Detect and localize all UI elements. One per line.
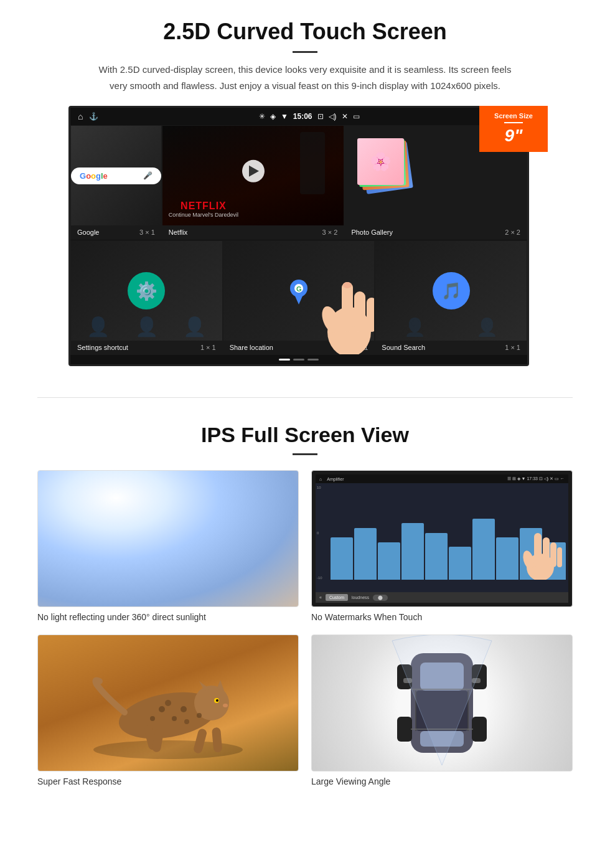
google-label-row: Google 3 × 1: [71, 225, 161, 239]
netflix-subtitle: Continue Marvel's Daredevil: [169, 212, 238, 218]
device-frame: ⌂ ⚓ ✳ ◈ ▼ 15:06 ⊡ ◁) ✕ ▭: [68, 106, 529, 366]
badge-size: 9": [484, 126, 543, 146]
cheetah-image: [62, 641, 274, 765]
badge-divider: [504, 122, 523, 123]
amp-loudness-label: loudness: [352, 595, 369, 600]
volume-icon: ◁): [329, 112, 337, 121]
netflix-content: NETFLIX Continue Marvel's Daredevil: [162, 126, 344, 225]
svg-point-34: [165, 700, 171, 706]
app-grid-row2: ⚙️ 👤 👤 👤 Settings shortcut 1 × 1: [70, 240, 527, 355]
amp-title: Amplifier: [327, 477, 344, 481]
location-icon: ◈: [270, 112, 276, 121]
sound-app-size: 1 × 1: [505, 344, 520, 351]
section1-title: 2.5D Curved Touch Screen: [37, 19, 573, 45]
settings-app-size: 1 × 1: [200, 344, 216, 351]
scroll-dot-3: [307, 359, 319, 361]
netflix-app-name: Netflix: [169, 229, 188, 236]
home-icon: ⌂: [78, 111, 83, 121]
app-cell-settings[interactable]: ⚙️ 👤 👤 👤 Settings shortcut 1 × 1: [70, 240, 223, 355]
amp-home-icon: ⌂: [319, 477, 322, 481]
settings-icon: ⚙️: [128, 272, 165, 309]
window-icon: ▭: [353, 112, 360, 121]
app-cell-google[interactable]: Google 🎤 Google 3 × 1: [70, 125, 162, 240]
svg-point-24: [223, 704, 228, 707]
share-app-name: Share location: [230, 344, 273, 351]
fast-response-caption: Super Fast Response: [37, 776, 299, 786]
google-app-size: 3 × 1: [139, 229, 155, 236]
netflix-label-row: Netflix 3 × 2: [162, 225, 344, 239]
amp-toggle[interactable]: ⬤: [373, 595, 388, 601]
svg-text:G: G: [296, 285, 302, 293]
settings-app-name: Settings shortcut: [77, 344, 128, 351]
large-angle-image: [311, 634, 573, 771]
svg-rect-5: [342, 282, 353, 332]
play-icon: [249, 166, 259, 177]
section2-divider: [293, 453, 317, 455]
svg-point-28: [181, 706, 187, 712]
svg-point-35: [184, 719, 189, 724]
no-reflection-image: [37, 470, 299, 607]
usb-icon: ⚓: [89, 112, 98, 121]
status-bar: ⌂ ⚓ ✳ ◈ ▼ 15:06 ⊡ ◁) ✕ ▭: [70, 108, 527, 125]
section-divider: [37, 397, 573, 398]
svg-point-26: [172, 716, 177, 721]
maps-icon: G: [283, 274, 314, 308]
app-cell-share[interactable]: G: [223, 240, 375, 355]
svg-marker-2: [294, 293, 304, 304]
google-content: Google 🎤: [71, 126, 161, 225]
sky-background: [38, 471, 298, 606]
google-mic-icon: 🎤: [143, 171, 152, 180]
sound-search-icon: 🎵: [433, 272, 470, 309]
svg-point-25: [159, 706, 165, 712]
wifi-icon: ▼: [281, 112, 288, 121]
section1-divider: [293, 51, 317, 53]
netflix-logo: NETFLIX: [169, 200, 238, 212]
scroll-dot-2: [293, 359, 304, 361]
google-logo: Google: [80, 171, 108, 181]
svg-rect-13: [543, 537, 550, 567]
netflix-app-size: 3 × 2: [322, 229, 338, 236]
app-cell-netflix[interactable]: NETFLIX Continue Marvel's Daredevil Netf…: [162, 125, 345, 240]
sound-label-row: Sound Search 1 × 1: [375, 341, 527, 354]
no-watermarks-image: ⌂ Amplifier ☰ ⊞ ◈ ▼ 17:33 ⊡ ◁) ✕ ▭ ← 100…: [311, 470, 573, 607]
device-mockup: Screen Size 9" ⌂ ⚓ ✳ ◈ ▼ 15:06: [68, 106, 542, 366]
gallery-app-size: 2 × 2: [505, 229, 520, 236]
bluetooth-icon: ✳: [259, 112, 265, 121]
netflix-play-button[interactable]: [242, 160, 265, 182]
svg-rect-12: [534, 533, 542, 567]
svg-rect-15: [557, 547, 562, 567]
scroll-dots: [70, 355, 527, 364]
feature-fast-response: Super Fast Response: [37, 634, 299, 786]
no-watermarks-caption: No Watermarks When Touch: [311, 612, 573, 622]
gallery-app-name: Photo Gallery: [351, 229, 393, 236]
app-grid-row1: Google 🎤 Google 3 × 1: [70, 125, 527, 240]
share-content: G: [223, 241, 375, 341]
no-reflection-caption: No light reflecting under 360° direct su…: [37, 612, 299, 622]
sound-app-name: Sound Search: [382, 344, 425, 351]
settings-label-row: Settings shortcut 1 × 1: [71, 341, 222, 354]
touch-hand-icon: [518, 524, 562, 580]
status-time: 15:06: [293, 112, 312, 121]
screen-size-badge: Screen Size 9": [479, 106, 548, 152]
google-app-name: Google: [77, 229, 99, 236]
google-search-bar[interactable]: Google 🎤: [71, 167, 161, 184]
fast-response-image: [37, 634, 299, 771]
feature-no-reflection: No light reflecting under 360° direct su…: [37, 470, 299, 622]
svg-point-10: [343, 282, 352, 288]
app-cell-sound[interactable]: 🎵 👤 👤 Sound Search 1 × 1: [375, 240, 527, 355]
large-angle-caption: Large Viewing Angle: [311, 776, 573, 786]
svg-marker-21: [217, 680, 224, 691]
status-bar-left: ⌂ ⚓: [78, 111, 98, 121]
camera-icon: ⊡: [317, 112, 324, 121]
svg-rect-14: [550, 542, 556, 567]
svg-point-29: [197, 713, 202, 718]
scroll-dot-1: [279, 359, 290, 361]
amp-icons: ☰ ⊞ ◈ ▼ 17:33 ⊡ ◁) ✕ ▭ ←: [507, 476, 565, 481]
amp-custom-btn[interactable]: Custom: [326, 594, 348, 601]
feature-grid: No light reflecting under 360° direct su…: [37, 470, 573, 786]
section1-description: With 2.5D curved-display screen, this de…: [93, 62, 517, 93]
badge-title: Screen Size: [484, 112, 543, 120]
svg-point-23: [216, 699, 218, 702]
svg-rect-45: [472, 717, 487, 742]
amp-back-icon: «: [319, 595, 322, 600]
